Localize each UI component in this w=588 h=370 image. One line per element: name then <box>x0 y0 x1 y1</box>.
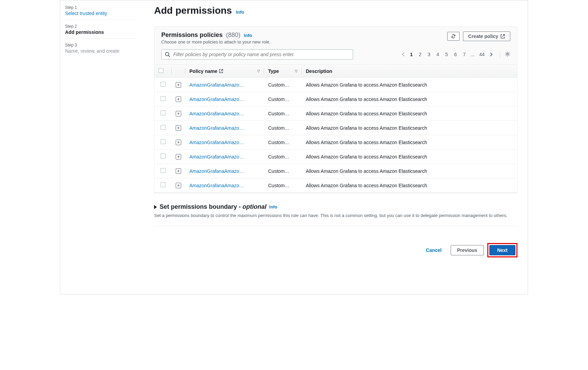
policy-type: Custom… <box>268 183 289 188</box>
policy-search[interactable] <box>161 49 353 60</box>
search-icon <box>165 52 170 57</box>
page-number[interactable]: 1 <box>409 51 414 58</box>
refresh-button[interactable] <box>447 32 460 41</box>
external-link-icon <box>219 69 223 73</box>
policy-type: Custom… <box>268 140 289 145</box>
col-header-name[interactable]: Policy name <box>189 68 217 74</box>
expand-row-icon[interactable]: + <box>176 82 181 88</box>
row-checkbox[interactable] <box>161 111 165 115</box>
policy-name-link[interactable]: AmazonGrafanaAmazo… <box>189 97 244 102</box>
table-row: +AmazonGrafanaAmazo…Custom…Allows Amazon… <box>154 106 517 121</box>
expand-row-icon[interactable]: + <box>176 97 181 102</box>
step-title[interactable]: Select trusted entity <box>65 11 137 16</box>
table-row: +AmazonGrafanaAmazo…Custom…Allows Amazon… <box>154 92 517 106</box>
expand-row-icon[interactable]: + <box>176 168 181 174</box>
page-number[interactable]: 5 <box>444 51 449 58</box>
step-title: Name, review, and create <box>65 48 137 54</box>
wizard-step-2: Step 2 Add permissions <box>65 24 137 39</box>
page-number[interactable]: 3 <box>426 51 432 58</box>
expand-row-icon[interactable]: + <box>176 140 181 145</box>
page-number[interactable]: 6 <box>453 51 458 58</box>
pagination: 1 2 3 4 5 6 7 ... 44 <box>402 51 510 58</box>
policy-description: Allows Amazon Grafana to access Amazon E… <box>306 168 427 174</box>
row-checkbox[interactable] <box>161 139 165 144</box>
svg-point-1 <box>507 53 509 55</box>
policy-type: Custom… <box>268 97 289 102</box>
expand-row-icon[interactable]: + <box>176 154 181 160</box>
policy-name-link[interactable]: AmazonGrafanaAmazo… <box>189 125 244 131</box>
info-link[interactable]: Info <box>236 10 244 15</box>
table-row: +AmazonGrafanaAmazo…Custom…Allows Amazon… <box>154 121 517 135</box>
policy-description: Allows Amazon Grafana to access Amazon E… <box>306 183 427 188</box>
policy-description: Allows Amazon Grafana to access Amazon E… <box>306 125 427 131</box>
row-checkbox[interactable] <box>161 168 165 173</box>
row-checkbox[interactable] <box>161 82 165 87</box>
footer-actions: Cancel Previous Next <box>154 243 517 257</box>
boundary-description: Set a permissions boundary to control th… <box>154 213 517 219</box>
policy-description: Allows Amazon Grafana to access Amazon E… <box>306 111 427 116</box>
policy-name-link[interactable]: AmazonGrafanaAmazo… <box>189 154 244 160</box>
page-number[interactable]: 44 <box>478 51 486 58</box>
page-next-icon[interactable] <box>489 52 493 57</box>
expand-row-icon[interactable]: + <box>176 125 181 131</box>
policy-description: Allows Amazon Grafana to access Amazon E… <box>306 140 427 145</box>
policy-name-link[interactable]: AmazonGrafanaAmazo… <box>189 168 244 174</box>
table-settings-button[interactable] <box>500 51 510 58</box>
page-number[interactable]: 2 <box>417 51 423 58</box>
next-button-highlight: Next <box>487 243 517 257</box>
policy-type: Custom… <box>268 168 289 174</box>
panel-count: (880) <box>226 31 240 39</box>
table-row: +AmazonGrafanaAmazo…Custom…Allows Amazon… <box>154 164 517 178</box>
create-policy-button[interactable]: Create policy <box>463 31 510 41</box>
expand-row-icon[interactable]: + <box>176 183 181 188</box>
step-label: Step 3 <box>65 43 137 48</box>
page-number[interactable]: 4 <box>435 51 441 58</box>
col-header-desc: Description <box>306 68 332 74</box>
step-title: Add permissions <box>65 29 137 35</box>
wizard-sidebar: Step 1 Select trusted entity Step 2 Add … <box>60 0 144 294</box>
policy-name-link[interactable]: AmazonGrafanaAmazo… <box>189 82 244 88</box>
policy-name-link[interactable]: AmazonGrafanaAmazo… <box>189 140 244 145</box>
wizard-step-3: Step 3 Name, review, and create <box>65 43 137 57</box>
policy-description: Allows Amazon Grafana to access Amazon E… <box>306 154 427 160</box>
gear-icon <box>505 51 510 57</box>
cancel-button[interactable]: Cancel <box>421 245 447 255</box>
select-all-checkbox[interactable] <box>159 68 163 73</box>
panel-title: Permissions policies <box>161 31 223 39</box>
expand-row-icon[interactable]: + <box>176 111 181 116</box>
table-row: +AmazonGrafanaAmazo…Custom…Allows Amazon… <box>154 78 517 92</box>
policy-name-link[interactable]: AmazonGrafanaAmazo… <box>189 183 244 188</box>
boundary-optional: optional <box>242 203 266 210</box>
info-link[interactable]: Info <box>244 33 252 38</box>
page-title: Add permissions <box>154 5 232 16</box>
row-checkbox[interactable] <box>161 154 165 158</box>
sort-icon[interactable]: ▽ <box>295 69 298 73</box>
caret-right-icon <box>154 205 157 209</box>
page-number[interactable]: 7 <box>462 51 467 58</box>
permissions-boundary-toggle[interactable]: Set permissions boundary - optional Info <box>154 203 517 210</box>
policy-type: Custom… <box>268 111 289 116</box>
policy-type: Custom… <box>268 154 289 160</box>
step-label: Step 2 <box>65 24 137 29</box>
permissions-policies-panel: Permissions policies (880) Info Choose o… <box>154 26 517 193</box>
row-checkbox[interactable] <box>161 96 165 101</box>
table-row: +AmazonGrafanaAmazo…Custom…Allows Amazon… <box>154 135 517 150</box>
policy-name-link[interactable]: AmazonGrafanaAmazo… <box>189 111 244 116</box>
next-button[interactable]: Next <box>489 245 515 255</box>
policy-description: Allows Amazon Grafana to access Amazon E… <box>306 97 427 102</box>
row-checkbox[interactable] <box>161 125 165 130</box>
table-row: +AmazonGrafanaAmazo…Custom…Allows Amazon… <box>154 150 517 164</box>
wizard-step-1[interactable]: Step 1 Select trusted entity <box>65 5 137 20</box>
page-prev-icon[interactable] <box>402 52 405 57</box>
panel-subtitle: Choose one or more policies to attach to… <box>161 39 271 44</box>
previous-button[interactable]: Previous <box>451 245 484 255</box>
sort-icon[interactable]: ▽ <box>257 69 260 73</box>
col-header-type[interactable]: Type <box>268 68 279 74</box>
page-ellipsis: ... <box>471 52 475 57</box>
row-checkbox[interactable] <box>161 182 165 187</box>
policy-search-input[interactable] <box>161 49 353 60</box>
policy-description: Allows Amazon Grafana to access Amazon E… <box>306 82 427 88</box>
info-link[interactable]: Info <box>269 204 277 209</box>
refresh-icon <box>451 34 456 39</box>
svg-point-0 <box>165 52 169 56</box>
